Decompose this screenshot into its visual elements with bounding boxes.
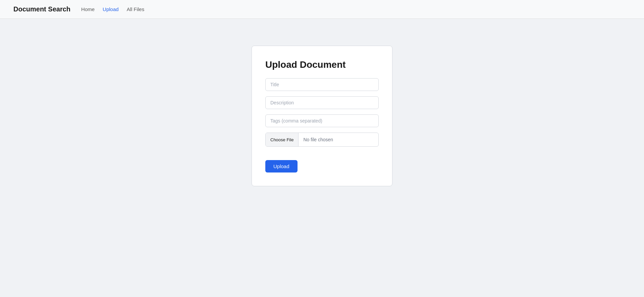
upload-button[interactable]: Upload: [265, 160, 298, 172]
tags-input[interactable]: [265, 114, 379, 127]
nav-item-upload[interactable]: Upload: [103, 6, 119, 12]
file-input-group: Choose File No file chosen: [265, 133, 379, 147]
nav-link-upload[interactable]: Upload: [103, 6, 119, 12]
description-input[interactable]: [265, 96, 379, 109]
nav-link-home[interactable]: Home: [81, 6, 95, 12]
navbar-links: Home Upload All Files: [81, 6, 144, 12]
nav-link-all-files[interactable]: All Files: [127, 6, 145, 12]
description-field-group: [265, 96, 379, 109]
file-input-wrapper: Choose File No file chosen: [265, 133, 379, 147]
upload-card-title: Upload Document: [265, 59, 379, 70]
upload-card: Upload Document Choose File No file chos…: [252, 46, 392, 186]
nav-item-all-files[interactable]: All Files: [127, 6, 145, 12]
main-content: Upload Document Choose File No file chos…: [0, 19, 644, 297]
file-chosen-label: No file chosen: [299, 137, 378, 142]
navbar: Document Search Home Upload All Files: [0, 0, 644, 19]
title-input[interactable]: [265, 78, 379, 91]
title-field-group: [265, 78, 379, 91]
choose-file-button[interactable]: Choose File: [266, 133, 299, 146]
nav-item-home[interactable]: Home: [81, 6, 95, 12]
tags-field-group: [265, 114, 379, 127]
navbar-brand: Document Search: [13, 5, 70, 13]
